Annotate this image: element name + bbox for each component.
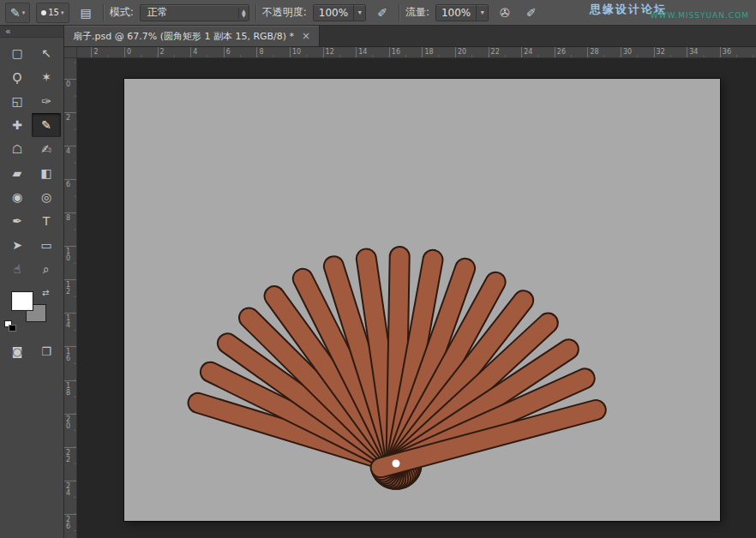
flow-label: 流量: <box>405 5 429 20</box>
pressure-size-button[interactable]: ✐ <box>521 3 542 23</box>
ruler-tick <box>91 47 92 58</box>
lasso-tool[interactable]: Ϙ <box>3 65 32 89</box>
default-colors-icon[interactable] <box>4 320 18 332</box>
eraser-icon: ▰ <box>13 166 22 180</box>
brush-size-value: 15 <box>48 8 59 17</box>
hand-tool[interactable]: ☝ <box>3 257 32 281</box>
ruler-tick <box>422 47 423 58</box>
history-brush-icon: ✍ <box>41 142 51 156</box>
ruler-tick <box>64 246 77 247</box>
foreground-color-swatch[interactable] <box>12 292 33 310</box>
ruler-label: 2 0 <box>66 416 70 430</box>
ruler-tick <box>224 47 225 58</box>
dodge-tool[interactable]: ◎ <box>32 185 61 209</box>
screen-mode-icon: ❐ <box>41 345 51 358</box>
move-tool[interactable]: ↖ <box>32 41 61 65</box>
ruler-tick <box>64 79 77 80</box>
swap-colors-icon[interactable]: ⇄ <box>42 288 49 297</box>
photoshop-window: ✎ ▾ 15 ▾ ▤ 模式: 正常 ▲▼ 不透明度: 100% ▾ ✐ 流量: … <box>0 0 756 538</box>
flow-dropdown[interactable]: 100% ▾ <box>435 4 489 21</box>
dropdown-arrows-icon: ▲▼ <box>238 8 249 18</box>
ruler-label: 12 <box>326 48 334 56</box>
tools-panel: « ▢↖Ϙ✶◱✑✚✎☖✍▰◧◉◎✒T➤▭☝⌕ ⇄ ◙❐ <box>0 26 64 538</box>
zoom-tool[interactable]: ⌕ <box>32 257 61 281</box>
pen-tool[interactable]: ✒ <box>3 209 32 233</box>
ruler-tick <box>323 47 324 58</box>
ruler-label: 24 <box>524 48 532 56</box>
separator <box>255 4 256 21</box>
mode-label: 模式: <box>110 5 134 20</box>
ruler-label: 0 <box>66 81 70 88</box>
site-watermark: 思缘设计论坛 WWW.MISSYUAN.COM <box>584 0 751 26</box>
close-icon[interactable]: × <box>302 30 310 42</box>
brush-panel-icon: ▤ <box>81 6 92 20</box>
document-tab[interactable]: 扇子.psd @ 67.7% (圆角矩形 1 副本 15, RGB/8) * × <box>64 26 320 46</box>
ruler-label: 2 <box>66 115 70 122</box>
ruler-label: 20 <box>458 48 466 56</box>
ruler-label: 6 <box>66 182 70 188</box>
screen-mode-tool[interactable]: ❐ <box>32 341 61 362</box>
type-tool[interactable]: T <box>32 209 61 233</box>
fan-pivot-dot <box>393 460 400 468</box>
quick-selection-icon: ✶ <box>41 70 51 84</box>
ruler-label: 18 <box>424 48 433 56</box>
path-selection-tool[interactable]: ➤ <box>3 233 32 257</box>
tool-preset-picker[interactable]: ✎ ▾ <box>5 3 30 23</box>
tablet-pressure-icon: ✐ <box>526 6 537 20</box>
ruler-label: 1 6 <box>66 349 70 362</box>
type-icon: T <box>43 214 51 228</box>
ruler-label: 2 4 <box>66 483 70 497</box>
ruler-label: 14 <box>358 48 367 56</box>
ruler-label: 2 6 <box>66 517 70 530</box>
ruler-label: 30 <box>623 48 632 56</box>
chevron-down-icon: ▾ <box>61 9 64 16</box>
color-swatches: ⇄ <box>3 290 61 334</box>
ruler-tick <box>64 179 77 180</box>
ruler-tick <box>64 380 77 381</box>
history-brush-tool[interactable]: ✍ <box>32 137 61 161</box>
blend-mode-dropdown[interactable]: 正常 ▲▼ <box>140 4 249 21</box>
document-canvas[interactable] <box>124 79 720 521</box>
chevron-down-icon: ▾ <box>476 5 488 21</box>
rounded-rectangle-tool[interactable]: ▭ <box>32 233 61 257</box>
crop-tool[interactable]: ◱ <box>3 89 32 113</box>
ruler-label: 2 2 <box>66 450 70 463</box>
ruler-label: 22 <box>491 48 500 56</box>
clone-stamp-tool[interactable]: ☖ <box>3 137 32 161</box>
document-tab-bar: 扇子.psd @ 67.7% (圆角矩形 1 副本 15, RGB/8) * × <box>64 26 756 47</box>
ruler-tick <box>64 414 77 415</box>
opacity-label: 不透明度: <box>262 5 307 20</box>
rectangular-marquee-tool[interactable]: ▢ <box>3 41 32 65</box>
ruler-tick <box>455 47 456 58</box>
separator <box>103 4 104 21</box>
toolbar-collapse-button[interactable]: « <box>0 26 63 38</box>
ruler-tick <box>521 47 522 58</box>
eyedropper-tool[interactable]: ✑ <box>32 89 61 113</box>
ruler-label: 8 <box>259 48 263 56</box>
eraser-tool[interactable]: ▰ <box>3 161 32 185</box>
blur-tool[interactable]: ◉ <box>3 185 32 209</box>
quick-mask-tool[interactable]: ◙ <box>3 341 32 362</box>
blend-mode-value: 正常 <box>141 5 238 20</box>
brush-preset-picker[interactable]: 15 ▾ <box>36 3 69 23</box>
document-tab-title: 扇子.psd @ 67.7% (圆角矩形 1 副本 15, RGB/8) * <box>73 30 294 43</box>
ruler-label: 16 <box>392 48 400 56</box>
airbrush-icon: ✇ <box>500 6 510 20</box>
ruler-tick <box>256 47 257 58</box>
pressure-opacity-button[interactable]: ✐ <box>372 3 393 23</box>
brush-tool[interactable]: ✎ <box>32 113 61 137</box>
airbrush-toggle-button[interactable]: ✇ <box>495 3 515 23</box>
toggle-brush-panel-button[interactable]: ▤ <box>75 3 97 23</box>
healing-brush-tool[interactable]: ✚ <box>3 113 32 137</box>
ruler-tick <box>124 47 125 58</box>
opacity-dropdown[interactable]: 100% ▾ <box>313 4 366 21</box>
quick-selection-tool[interactable]: ✶ <box>32 65 61 89</box>
chevron-down-icon: ▾ <box>353 5 365 21</box>
gradient-tool[interactable]: ◧ <box>32 161 61 185</box>
ruler-tick <box>64 447 77 448</box>
opacity-value: 100% <box>314 7 353 19</box>
tool-grid: ▢↖Ϙ✶◱✑✚✎☖✍▰◧◉◎✒T➤▭☝⌕ <box>3 41 61 281</box>
ruler-tick <box>720 47 721 58</box>
brush-icon: ✎ <box>41 118 51 132</box>
gradient-icon: ◧ <box>40 166 51 180</box>
